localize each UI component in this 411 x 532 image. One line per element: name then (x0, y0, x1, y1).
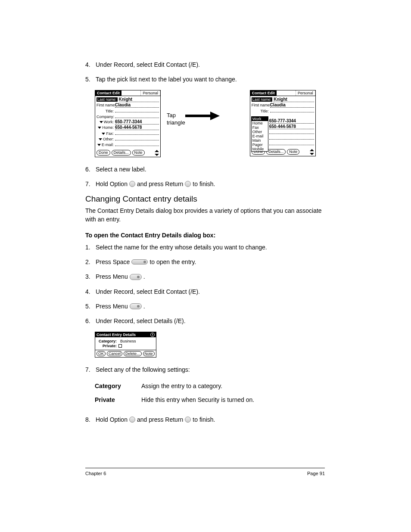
picklist-option-fax[interactable]: Fax (252, 125, 268, 130)
other-field[interactable] (115, 136, 159, 140)
picklist-option-email[interactable]: E-mail (252, 134, 268, 138)
details-button[interactable]: Details... (266, 149, 286, 155)
category-value[interactable]: Business (120, 339, 136, 343)
work-field[interactable]: 650-777-3344 (115, 119, 159, 124)
category-picker[interactable]: Personal (296, 90, 315, 96)
delete-button[interactable]: Delete... (124, 351, 142, 356)
picklist-option-work[interactable]: Work (252, 117, 268, 121)
settings-row-private: Private Hide this entry when Security is… (95, 396, 325, 403)
proc-step-1: 1.Select the name for the entry whose de… (85, 243, 325, 252)
option-key-icon (129, 417, 135, 423)
proc-step-5: 5. Press Menu . (85, 302, 325, 311)
window-title: Contact Edit (250, 90, 277, 96)
chevron-down-icon[interactable] (102, 133, 105, 135)
step-list-a: 4.Under Record, select Edit Contact (/E)… (85, 60, 325, 84)
picklist-option-main[interactable]: Main (252, 138, 268, 143)
picklist-option-home[interactable]: Home (252, 121, 268, 125)
picklist-option-mobile[interactable]: Mobile (252, 147, 268, 151)
done-button[interactable]: Done (97, 150, 110, 156)
first-name-field[interactable]: Claudia (270, 103, 314, 108)
picklist-option-pager[interactable]: Pager (252, 143, 268, 147)
chevron-down-icon[interactable] (97, 144, 101, 146)
company-field[interactable] (115, 114, 159, 118)
chevron-down-icon[interactable] (99, 138, 102, 140)
chevron-down-icon[interactable] (100, 121, 103, 123)
page-footer: Chapter 6 Page 91 (85, 468, 325, 476)
contact-edit-screen-before: Contact Edit Personal Last name:Knight F… (95, 90, 161, 157)
category-picker[interactable]: Personal (140, 90, 160, 96)
label-picklist-popup[interactable]: Work Home Fax Other E-mail Main Pager Mo… (251, 116, 268, 152)
ok-button[interactable]: OK (97, 351, 106, 356)
arrow-icon (185, 112, 241, 120)
contact-edit-screen-after: Contact Edit Personal Last name:Knight F… (250, 90, 316, 156)
footer-chapter: Chapter 6 (85, 471, 106, 476)
footer-page: Page 91 (307, 471, 325, 476)
option-key-icon (129, 181, 135, 187)
procedure-list: 1.Select the name for the entry whose de… (85, 243, 325, 326)
return-key-icon (185, 181, 191, 187)
menu-key-icon (130, 303, 142, 309)
callout-tap-triangle: Tap triangle (167, 112, 185, 127)
dialog-title: Contact Entry Details (97, 333, 136, 337)
chevron-down-icon[interactable] (98, 127, 101, 129)
step-5: 5.Tap the pick list next to the label yo… (85, 75, 325, 84)
step-6: 6.Select a new label. (85, 165, 325, 174)
cancel-button[interactable]: Cancel (107, 351, 122, 356)
scroll-arrows-icon[interactable] (310, 149, 314, 155)
proc-step-7: 7.Select any of the following settings: (85, 365, 325, 374)
details-button[interactable]: Details... (112, 150, 131, 156)
proc-step-8: 8. Hold Option and press Return to finis… (85, 415, 325, 424)
info-icon[interactable]: i (150, 333, 155, 337)
menu-key-icon (130, 274, 142, 280)
return-key-icon (185, 417, 191, 423)
work-field[interactable]: 650-777-3344 (269, 118, 314, 124)
email-field[interactable] (115, 142, 159, 146)
window-title: Contact Edit (95, 90, 121, 96)
note-button[interactable]: Note (143, 351, 155, 356)
picklist-option-other[interactable]: Other (252, 130, 268, 134)
svg-marker-1 (155, 154, 159, 156)
svg-marker-5 (310, 153, 314, 155)
section-paragraph: The Contact Entry Details dialog box pro… (85, 206, 325, 224)
contact-entry-details-dialog: Contact Entry Details i Category:Busines… (95, 332, 156, 358)
step-4: 4.Under Record, select Edit Contact (/E)… (85, 60, 325, 69)
note-button[interactable]: Note (287, 149, 299, 155)
procedure-heading: To open the Contact Entry Details dialog… (85, 232, 325, 239)
proc-step-4: 4.Under Record, select Edit Contact (/E)… (85, 287, 325, 296)
home-field[interactable]: 650-444-5678 (269, 124, 314, 129)
svg-marker-3 (210, 112, 220, 120)
step-list-b: 6.Select a new label. 7. Hold Option and… (85, 165, 325, 189)
svg-marker-4 (310, 149, 314, 151)
proc-step-2: 2. Press Space to open the entry. (85, 258, 325, 266)
space-key-icon (131, 259, 148, 264)
figure-row: Contact Edit Personal Last name:Knight F… (95, 90, 325, 157)
last-name-field[interactable]: Knight (274, 97, 314, 102)
proc-step-6: 6.Under Record, select Details (/E). (85, 317, 325, 325)
scroll-arrows-icon[interactable] (155, 150, 159, 156)
svg-marker-0 (155, 150, 159, 152)
home-field[interactable]: 650-444-5678 (115, 125, 159, 130)
settings-row-category: Category Assign the entry to a category. (95, 383, 325, 389)
section-heading: Changing Contact entry details (85, 194, 325, 204)
proc-step-3: 3. Press Menu . (85, 272, 325, 281)
private-checkbox[interactable] (118, 344, 122, 348)
note-button[interactable]: Note (132, 150, 145, 156)
fax-field[interactable] (115, 131, 159, 135)
title-field[interactable] (115, 108, 159, 112)
step-7: 7. Hold Option and press Return to finis… (85, 180, 325, 188)
settings-table: Category Assign the entry to a category.… (95, 383, 325, 403)
last-name-field[interactable]: Knight (119, 97, 159, 102)
title-field[interactable] (270, 108, 314, 112)
first-name-field[interactable]: Claudia (115, 103, 159, 108)
